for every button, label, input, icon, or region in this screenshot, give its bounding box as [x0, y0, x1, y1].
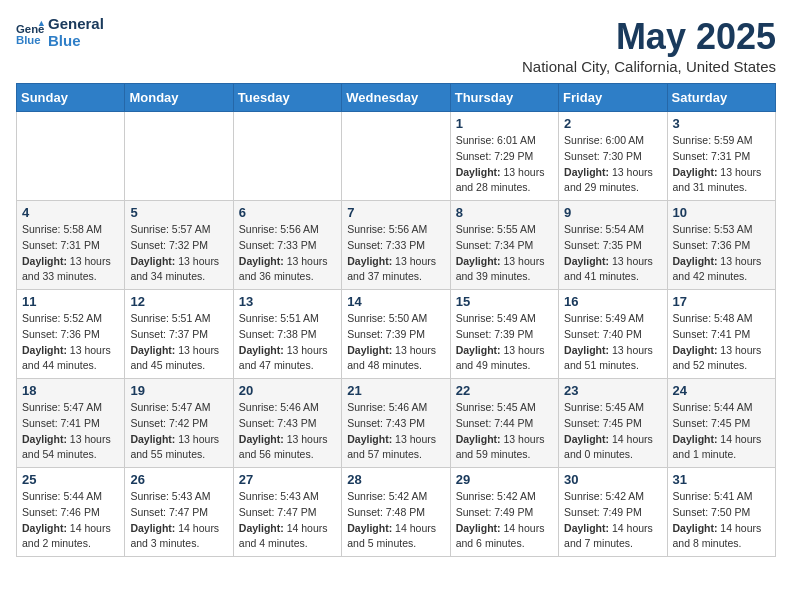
- day-info: Sunrise: 5:42 AMSunset: 7:49 PMDaylight:…: [564, 489, 661, 552]
- day-number: 12: [130, 294, 227, 309]
- day-info: Sunrise: 5:42 AMSunset: 7:49 PMDaylight:…: [456, 489, 553, 552]
- weekday-header: Monday: [125, 84, 233, 112]
- day-number: 15: [456, 294, 553, 309]
- day-info: Sunrise: 5:56 AMSunset: 7:33 PMDaylight:…: [347, 222, 444, 285]
- day-info: Sunrise: 6:01 AMSunset: 7:29 PMDaylight:…: [456, 133, 553, 196]
- day-number: 25: [22, 472, 119, 487]
- calendar-cell: 25Sunrise: 5:44 AMSunset: 7:46 PMDayligh…: [17, 468, 125, 557]
- day-info: Sunrise: 5:50 AMSunset: 7:39 PMDaylight:…: [347, 311, 444, 374]
- calendar-cell: 14Sunrise: 5:50 AMSunset: 7:39 PMDayligh…: [342, 290, 450, 379]
- day-info: Sunrise: 6:00 AMSunset: 7:30 PMDaylight:…: [564, 133, 661, 196]
- calendar-cell: 30Sunrise: 5:42 AMSunset: 7:49 PMDayligh…: [559, 468, 667, 557]
- calendar-week-row: 25Sunrise: 5:44 AMSunset: 7:46 PMDayligh…: [17, 468, 776, 557]
- day-info: Sunrise: 5:44 AMSunset: 7:45 PMDaylight:…: [673, 400, 770, 463]
- calendar-cell: 18Sunrise: 5:47 AMSunset: 7:41 PMDayligh…: [17, 379, 125, 468]
- weekday-header: Friday: [559, 84, 667, 112]
- day-info: Sunrise: 5:41 AMSunset: 7:50 PMDaylight:…: [673, 489, 770, 552]
- logo-text-general: General: [48, 16, 104, 33]
- day-number: 6: [239, 205, 336, 220]
- day-info: Sunrise: 5:57 AMSunset: 7:32 PMDaylight:…: [130, 222, 227, 285]
- day-info: Sunrise: 5:59 AMSunset: 7:31 PMDaylight:…: [673, 133, 770, 196]
- day-number: 16: [564, 294, 661, 309]
- calendar-cell: 13Sunrise: 5:51 AMSunset: 7:38 PMDayligh…: [233, 290, 341, 379]
- day-info: Sunrise: 5:46 AMSunset: 7:43 PMDaylight:…: [239, 400, 336, 463]
- logo-text-blue: Blue: [48, 33, 104, 50]
- calendar-cell: 23Sunrise: 5:45 AMSunset: 7:45 PMDayligh…: [559, 379, 667, 468]
- day-info: Sunrise: 5:45 AMSunset: 7:45 PMDaylight:…: [564, 400, 661, 463]
- calendar-cell: [342, 112, 450, 201]
- day-number: 10: [673, 205, 770, 220]
- calendar-week-row: 18Sunrise: 5:47 AMSunset: 7:41 PMDayligh…: [17, 379, 776, 468]
- day-info: Sunrise: 5:45 AMSunset: 7:44 PMDaylight:…: [456, 400, 553, 463]
- calendar-week-row: 4Sunrise: 5:58 AMSunset: 7:31 PMDaylight…: [17, 201, 776, 290]
- day-info: Sunrise: 5:47 AMSunset: 7:41 PMDaylight:…: [22, 400, 119, 463]
- day-number: 3: [673, 116, 770, 131]
- day-number: 14: [347, 294, 444, 309]
- calendar-cell: 21Sunrise: 5:46 AMSunset: 7:43 PMDayligh…: [342, 379, 450, 468]
- calendar-cell: [125, 112, 233, 201]
- day-info: Sunrise: 5:52 AMSunset: 7:36 PMDaylight:…: [22, 311, 119, 374]
- day-info: Sunrise: 5:47 AMSunset: 7:42 PMDaylight:…: [130, 400, 227, 463]
- day-number: 30: [564, 472, 661, 487]
- day-info: Sunrise: 5:55 AMSunset: 7:34 PMDaylight:…: [456, 222, 553, 285]
- day-info: Sunrise: 5:43 AMSunset: 7:47 PMDaylight:…: [239, 489, 336, 552]
- calendar-cell: 19Sunrise: 5:47 AMSunset: 7:42 PMDayligh…: [125, 379, 233, 468]
- calendar-cell: 24Sunrise: 5:44 AMSunset: 7:45 PMDayligh…: [667, 379, 775, 468]
- calendar-cell: [233, 112, 341, 201]
- day-number: 26: [130, 472, 227, 487]
- calendar-cell: 2Sunrise: 6:00 AMSunset: 7:30 PMDaylight…: [559, 112, 667, 201]
- calendar-cell: 16Sunrise: 5:49 AMSunset: 7:40 PMDayligh…: [559, 290, 667, 379]
- calendar-cell: 20Sunrise: 5:46 AMSunset: 7:43 PMDayligh…: [233, 379, 341, 468]
- day-number: 31: [673, 472, 770, 487]
- calendar-cell: 5Sunrise: 5:57 AMSunset: 7:32 PMDaylight…: [125, 201, 233, 290]
- day-number: 17: [673, 294, 770, 309]
- day-info: Sunrise: 5:44 AMSunset: 7:46 PMDaylight:…: [22, 489, 119, 552]
- day-number: 27: [239, 472, 336, 487]
- calendar-cell: 26Sunrise: 5:43 AMSunset: 7:47 PMDayligh…: [125, 468, 233, 557]
- svg-text:Blue: Blue: [16, 34, 41, 46]
- calendar-cell: 1Sunrise: 6:01 AMSunset: 7:29 PMDaylight…: [450, 112, 558, 201]
- day-number: 11: [22, 294, 119, 309]
- calendar-cell: 17Sunrise: 5:48 AMSunset: 7:41 PMDayligh…: [667, 290, 775, 379]
- weekday-header: Sunday: [17, 84, 125, 112]
- day-number: 23: [564, 383, 661, 398]
- day-info: Sunrise: 5:49 AMSunset: 7:40 PMDaylight:…: [564, 311, 661, 374]
- day-number: 5: [130, 205, 227, 220]
- day-info: Sunrise: 5:42 AMSunset: 7:48 PMDaylight:…: [347, 489, 444, 552]
- day-number: 21: [347, 383, 444, 398]
- weekday-header-row: SundayMondayTuesdayWednesdayThursdayFrid…: [17, 84, 776, 112]
- calendar-table: SundayMondayTuesdayWednesdayThursdayFrid…: [16, 83, 776, 557]
- calendar-cell: 29Sunrise: 5:42 AMSunset: 7:49 PMDayligh…: [450, 468, 558, 557]
- day-number: 24: [673, 383, 770, 398]
- page-header: General Blue General Blue May 2025 Natio…: [16, 16, 776, 75]
- calendar-cell: 22Sunrise: 5:45 AMSunset: 7:44 PMDayligh…: [450, 379, 558, 468]
- logo-icon: General Blue: [16, 19, 44, 47]
- day-info: Sunrise: 5:51 AMSunset: 7:37 PMDaylight:…: [130, 311, 227, 374]
- day-info: Sunrise: 5:53 AMSunset: 7:36 PMDaylight:…: [673, 222, 770, 285]
- weekday-header: Thursday: [450, 84, 558, 112]
- calendar-cell: 10Sunrise: 5:53 AMSunset: 7:36 PMDayligh…: [667, 201, 775, 290]
- day-number: 4: [22, 205, 119, 220]
- month-title: May 2025: [522, 16, 776, 58]
- day-info: Sunrise: 5:54 AMSunset: 7:35 PMDaylight:…: [564, 222, 661, 285]
- day-info: Sunrise: 5:58 AMSunset: 7:31 PMDaylight:…: [22, 222, 119, 285]
- title-block: May 2025 National City, California, Unit…: [522, 16, 776, 75]
- day-number: 2: [564, 116, 661, 131]
- weekday-header: Tuesday: [233, 84, 341, 112]
- day-info: Sunrise: 5:46 AMSunset: 7:43 PMDaylight:…: [347, 400, 444, 463]
- calendar-week-row: 1Sunrise: 6:01 AMSunset: 7:29 PMDaylight…: [17, 112, 776, 201]
- calendar-cell: 9Sunrise: 5:54 AMSunset: 7:35 PMDaylight…: [559, 201, 667, 290]
- day-info: Sunrise: 5:48 AMSunset: 7:41 PMDaylight:…: [673, 311, 770, 374]
- calendar-cell: 31Sunrise: 5:41 AMSunset: 7:50 PMDayligh…: [667, 468, 775, 557]
- calendar-cell: [17, 112, 125, 201]
- calendar-cell: 12Sunrise: 5:51 AMSunset: 7:37 PMDayligh…: [125, 290, 233, 379]
- calendar-cell: 3Sunrise: 5:59 AMSunset: 7:31 PMDaylight…: [667, 112, 775, 201]
- day-number: 1: [456, 116, 553, 131]
- calendar-cell: 15Sunrise: 5:49 AMSunset: 7:39 PMDayligh…: [450, 290, 558, 379]
- day-info: Sunrise: 5:56 AMSunset: 7:33 PMDaylight:…: [239, 222, 336, 285]
- day-number: 28: [347, 472, 444, 487]
- calendar-cell: 6Sunrise: 5:56 AMSunset: 7:33 PMDaylight…: [233, 201, 341, 290]
- calendar-cell: 7Sunrise: 5:56 AMSunset: 7:33 PMDaylight…: [342, 201, 450, 290]
- day-number: 19: [130, 383, 227, 398]
- day-number: 22: [456, 383, 553, 398]
